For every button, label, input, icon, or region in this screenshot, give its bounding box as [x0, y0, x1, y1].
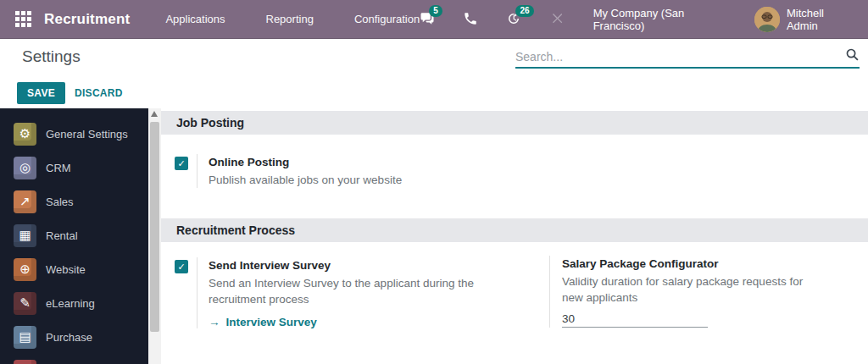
divider [197, 154, 198, 188]
sidebar-item-website[interactable]: ⊕ Website [0, 252, 148, 286]
magnifier-icon[interactable] [845, 47, 860, 65]
sidebar-item-crm[interactable]: ◎ CRM [0, 151, 148, 185]
scrollbar-up-arrow-icon[interactable] [151, 111, 158, 117]
top-navbar: Recruitment Applications Reporting Confi… [0, 0, 868, 39]
setting-send-interview-survey: ✓ Send Interview Survey Send an Intervie… [175, 257, 539, 328]
settings-body: ⚙ General Settings ◎ CRM ↗ Sales ▦ Renta… [0, 108, 868, 364]
salary-package-validity-input[interactable] [562, 311, 708, 328]
interview-survey-link-label: Interview Survey [226, 316, 317, 328]
sidebar-item-label: eLearning [46, 297, 95, 310]
salary-package-label: Salary Package Configurator [562, 256, 863, 272]
settings-sidebar: ⚙ General Settings ◎ CRM ↗ Sales ▦ Renta… [0, 108, 148, 364]
user-menu[interactable]: Mitchell Admin [787, 7, 854, 32]
company-switcher[interactable]: My Company (San Francisco) [593, 7, 732, 32]
settings-content: Job Posting ✓ Online Posting Publish ava… [161, 108, 868, 364]
navbar-right: 5 26 My Company (San Francisco) Mitchell… [420, 7, 868, 32]
activities-badge: 26 [515, 5, 533, 17]
search-bar [515, 46, 860, 69]
activities-clock-icon[interactable]: 26 [506, 11, 522, 28]
page-title: Settings [22, 47, 81, 66]
user-avatar[interactable] [754, 7, 780, 32]
section-header-recruitment-process: Recruitment Process [161, 218, 868, 242]
app-title[interactable]: Recruitment [44, 11, 130, 28]
section-header-job-posting: Job Posting [161, 111, 868, 135]
online-posting-label[interactable]: Online Posting [209, 154, 480, 170]
sidebar-item-label: General Settings [46, 128, 128, 141]
sidebar-item-label: Sales [46, 196, 74, 208]
search-input[interactable] [515, 50, 845, 63]
scrollbar-thumb[interactable] [150, 122, 159, 332]
sidebar-item-label: CRM [46, 162, 71, 174]
arrow-right-icon: → [209, 316, 220, 328]
sidebar-item-inventory[interactable]: ◫ Inventory [0, 354, 148, 364]
website-icon: ⊕ [14, 258, 36, 281]
crm-icon: ◎ [14, 157, 36, 179]
save-button[interactable]: SAVE [17, 82, 65, 104]
setting-salary-package-configurator: Salary Package Configurator Validity dur… [549, 256, 863, 328]
interview-survey-link[interactable]: →Interview Survey [209, 316, 504, 328]
apps-grid-icon[interactable] [15, 11, 31, 27]
sidebar-item-elearning[interactable]: ✎ eLearning [0, 286, 148, 320]
menu-reporting[interactable]: Reporting [266, 13, 314, 25]
send-interview-survey-description: Send an Interview Survey to the applican… [209, 275, 504, 307]
messages-icon[interactable]: 5 [420, 11, 436, 28]
tools-icon[interactable] [550, 11, 566, 28]
purchase-icon: ▤ [14, 326, 36, 349]
online-posting-checkbox[interactable]: ✓ [175, 157, 188, 170]
messages-badge: 5 [429, 5, 442, 17]
general-settings-icon: ⚙ [14, 123, 36, 146]
salary-package-description: Validity duration for salary package req… [562, 273, 823, 306]
rental-icon: ▦ [14, 224, 36, 247]
sales-icon: ↗ [14, 190, 36, 213]
online-posting-description: Publish available jobs on your website [209, 172, 480, 188]
sidebar-item-label: Website [46, 263, 86, 276]
send-interview-survey-checkbox[interactable]: ✓ [175, 260, 188, 273]
menu-configuration[interactable]: Configuration [354, 13, 420, 25]
elearning-icon: ✎ [14, 292, 36, 315]
sidebar-item-label: Purchase [46, 331, 92, 344]
main-menu: Applications Reporting Configuration [165, 13, 420, 25]
sidebar-item-sales[interactable]: ↗ Sales [0, 185, 148, 218]
divider [197, 257, 198, 328]
sidebar-scrollbar[interactable] [148, 108, 161, 364]
inventory-icon: ◫ [14, 360, 36, 364]
setting-online-posting: ✓ Online Posting Publish available jobs … [175, 154, 480, 188]
sidebar-item-general-settings[interactable]: ⚙ General Settings [0, 117, 148, 151]
phone-icon[interactable] [463, 11, 479, 28]
sidebar-item-label: Rental [46, 229, 78, 242]
discard-button[interactable]: DISCARD [68, 82, 130, 104]
sidebar-item-rental[interactable]: ▦ Rental [0, 218, 148, 252]
sidebar-item-purchase[interactable]: ▤ Purchase [0, 320, 148, 354]
send-interview-survey-label[interactable]: Send Interview Survey [209, 257, 504, 273]
menu-applications[interactable]: Applications [165, 13, 225, 25]
